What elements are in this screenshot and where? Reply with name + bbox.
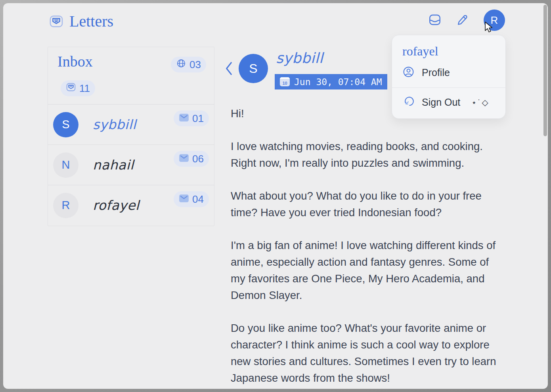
chevron-left-icon bbox=[225, 71, 233, 77]
pencil-icon bbox=[456, 13, 469, 28]
global-count: 03 bbox=[189, 59, 201, 71]
contact-name: sybbill bbox=[93, 117, 136, 132]
app-window: Letters R rofayel bbox=[3, 3, 548, 389]
sidebar-header: Inbox 03 bbox=[48, 47, 214, 104]
envelope-icon bbox=[179, 193, 189, 206]
calendar-icon: 10 bbox=[280, 77, 290, 86]
contact-name: nahail bbox=[93, 157, 134, 173]
back-button[interactable] bbox=[223, 61, 235, 77]
scrollbar-thumb[interactable] bbox=[543, 5, 547, 136]
global-count-badge: 03 bbox=[171, 57, 206, 72]
contact-name: rofayel bbox=[93, 198, 139, 213]
unread-count: 01 bbox=[192, 112, 204, 125]
user-menu: rofayel Profile Sign Out ⋆˙◇ bbox=[392, 35, 506, 119]
conversation-contact-name: sybbill bbox=[276, 50, 323, 66]
conversation-avatar: S bbox=[239, 54, 268, 83]
unread-badge: 01 bbox=[174, 110, 209, 126]
message-body: Hi! I love watching movies, reading book… bbox=[231, 105, 497, 389]
avatar: N bbox=[53, 152, 78, 178]
message-timestamp-chip: 10 Jun 30, 07:04 AM bbox=[275, 74, 387, 89]
contact-row-nahail[interactable]: N nahail 06 bbox=[48, 145, 214, 185]
menu-item-label: Sign Out bbox=[422, 97, 460, 108]
globe-icon bbox=[176, 58, 186, 71]
calendar-icon-day: 10 bbox=[280, 80, 290, 86]
menu-item-sign-out[interactable]: Sign Out ⋆˙◇ bbox=[392, 88, 505, 118]
message-paragraph: I'm a big fan of anime! I love watching … bbox=[231, 237, 497, 304]
envelope-icon bbox=[179, 153, 189, 165]
letters-logo-icon bbox=[49, 14, 64, 29]
inbox-button[interactable] bbox=[428, 13, 442, 27]
avatar: S bbox=[53, 112, 78, 137]
unread-badge: 06 bbox=[174, 151, 209, 167]
profile-icon bbox=[402, 66, 415, 80]
inbox-count: 11 bbox=[79, 82, 90, 95]
message-paragraph: What about you? What do you like to do i… bbox=[231, 188, 497, 221]
header-actions: R bbox=[428, 10, 505, 31]
sparkle-decoration: ⋆˙◇ bbox=[471, 98, 489, 107]
menu-item-profile[interactable]: Profile bbox=[392, 59, 505, 88]
unread-count: 06 bbox=[192, 153, 204, 165]
inbox-sidebar: Inbox 03 bbox=[48, 47, 214, 226]
contact-row-rofayel[interactable]: R rofayel 04 bbox=[48, 185, 214, 225]
mail-tray-icon bbox=[66, 82, 76, 95]
inbox-title: Inbox bbox=[57, 53, 93, 70]
message-paragraph: I love watching movies, reading books, a… bbox=[231, 138, 497, 171]
menu-item-label: Profile bbox=[422, 67, 450, 78]
unread-badge: 04 bbox=[174, 191, 209, 207]
message-paragraph: Do you like anime too? What's your favor… bbox=[231, 320, 497, 386]
brand: Letters bbox=[49, 12, 113, 30]
envelope-icon bbox=[179, 112, 189, 125]
inbox-count-badge: 11 bbox=[61, 80, 95, 96]
app-title: Letters bbox=[69, 12, 113, 30]
timestamp-text: Jun 30, 07:04 AM bbox=[294, 77, 382, 87]
inbox-icon bbox=[428, 13, 442, 28]
menu-username: rofayel bbox=[392, 35, 505, 59]
user-avatar-button[interactable]: R bbox=[484, 10, 505, 31]
avatar: R bbox=[53, 193, 78, 218]
compose-button[interactable] bbox=[456, 13, 469, 27]
unread-count: 04 bbox=[192, 193, 204, 206]
contact-row-sybbill[interactable]: S sybbill 01 bbox=[48, 104, 214, 145]
sign-out-icon bbox=[402, 95, 415, 109]
